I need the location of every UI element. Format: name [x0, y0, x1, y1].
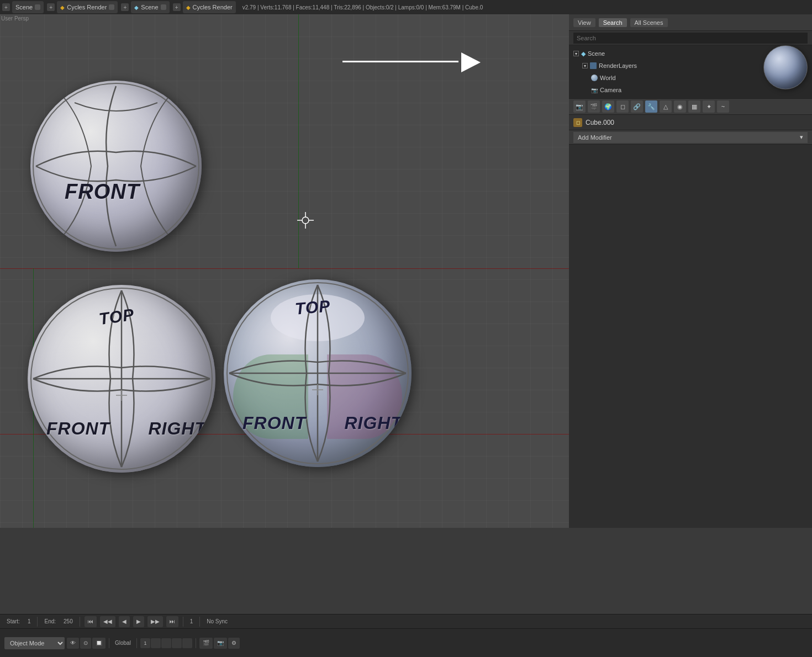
direction-arrow [342, 49, 481, 76]
prop-texture-btn[interactable]: ▦ [688, 100, 700, 113]
tab-scene-1[interactable]: Scene [12, 1, 44, 13]
layer-5[interactable] [182, 638, 192, 648]
svg-point-0 [33, 83, 199, 249]
play-btn[interactable]: ▶ [133, 616, 144, 627]
prop-world-btn[interactable]: 🌍 [602, 100, 614, 113]
frame-val: 1 [188, 618, 196, 624]
prop-data-btn[interactable]: △ [660, 100, 672, 113]
global-label: Global [113, 640, 133, 646]
prop-particles-btn[interactable]: ✦ [703, 100, 715, 113]
divider-4 [199, 617, 200, 627]
start-val: 1 [25, 618, 33, 624]
prop-physics-btn[interactable]: ~ [717, 100, 729, 113]
ball-front-svg [30, 81, 202, 252]
ball-br-right-label: RIGHT [344, 413, 402, 433]
camera-icon: 📷 [591, 87, 598, 93]
ball-br-front-label: FRONT [242, 413, 306, 433]
prop-constraints-btn[interactable]: 🔗 [631, 100, 643, 113]
no-sync-label: No Sync [204, 618, 230, 624]
snap-btn[interactable]: 🔲 [92, 638, 106, 649]
tree-toggle-scene[interactable]: ▾ [573, 51, 579, 56]
add-tab-1[interactable]: + [2, 3, 10, 11]
divider-layers [196, 638, 196, 648]
close-tab-1[interactable] [35, 4, 40, 10]
tab-view[interactable]: View [573, 18, 595, 27]
ball-bottom-left: TOP FRONT RIGHT [28, 285, 215, 473]
camera-view-btn[interactable]: 📷 [214, 638, 227, 649]
prop-render-btn[interactable]: 📷 [573, 100, 586, 113]
layer-4[interactable] [172, 638, 182, 648]
end-label: End: [42, 618, 58, 624]
bottom-status-bar: Object Mode 👁 ⊙ 🔲 Global 1 🎬 📷 ⚙ [0, 628, 812, 657]
tree-label-world: World [600, 75, 616, 81]
divider-1 [37, 617, 38, 627]
add-tab-2[interactable]: + [47, 3, 55, 11]
prop-material-btn[interactable]: ◉ [674, 100, 686, 113]
arrow-line [342, 61, 458, 62]
add-modifier-section: Add Modifier ▾ [569, 130, 812, 145]
tab-search[interactable]: Search [599, 18, 627, 27]
prev-frame-btn[interactable]: ◀ [119, 616, 130, 627]
next-frame-btn[interactable]: ▶▶ [147, 616, 163, 627]
divider-mode [109, 638, 109, 648]
end-val: 250 [61, 618, 75, 624]
tree-toggle-rl[interactable]: ▾ [582, 63, 588, 68]
world-icon [591, 75, 598, 81]
tab-cycles[interactable]: ◆ Cycles Render [57, 1, 118, 13]
scene-icon: ◆ [581, 50, 586, 57]
object-icon: ◻ [573, 118, 582, 127]
ball-bl-front-label: FRONT [46, 418, 110, 439]
layer-3[interactable] [161, 638, 171, 648]
ball-front: FRONT [30, 81, 202, 252]
tab-cycles-2[interactable]: ◆ Cycles Render [183, 1, 236, 13]
tab-scene2-label: Scene [141, 4, 158, 10]
render-btn[interactable]: 🎬 [199, 638, 213, 649]
close-tab-scene2[interactable] [161, 4, 166, 10]
properties-header: 📷 🎬 🌍 ◻ 🔗 🔧 △ ◉ ▦ ✦ ~ [569, 98, 812, 115]
svg-point-11 [302, 217, 309, 224]
right-panel: View Search All Scenes ▾ ◆ Scene ▾ Rende… [569, 14, 812, 528]
prop-object-btn[interactable]: ◻ [616, 100, 629, 113]
outliner-header [569, 31, 812, 45]
ball-bl-right-label: RIGHT [148, 418, 206, 439]
ball-bottom-right: TOP FRONT RIGHT [224, 279, 412, 467]
renderlayer-icon [590, 62, 597, 69]
add-tab-4[interactable]: + [173, 3, 181, 11]
layer-2[interactable] [151, 638, 161, 648]
prev-keyframe-btn[interactable]: ◀◀ [100, 616, 115, 627]
tree-label-renderlayers: RenderLayers [599, 62, 637, 69]
add-tab-3[interactable]: + [121, 3, 129, 11]
tab-scene-2[interactable]: ◆ Scene [131, 1, 169, 13]
object-name: Cube.000 [586, 119, 614, 126]
ball-front-label: FRONT [65, 180, 140, 204]
divider-2 [80, 617, 80, 627]
tree-label-camera: Camera [600, 87, 621, 93]
globe-preview [763, 45, 808, 89]
tab-label: Scene [15, 4, 33, 10]
tab-all-scenes[interactable]: All Scenes [630, 18, 668, 27]
main-viewport: FRONT TOP FRONT RIGHT [0, 14, 569, 528]
cycles2-icon: ◆ [186, 4, 191, 10]
start-label: Start: [4, 618, 22, 624]
cycles-icon: ◆ [60, 4, 65, 10]
tab-cycles-label: Cycles Render [67, 4, 107, 10]
prop-modifier-btn[interactable]: 🔧 [645, 100, 657, 113]
add-modifier-button[interactable]: Add Modifier ▾ [573, 132, 808, 143]
scene2-icon: ◆ [134, 4, 139, 10]
mode-selector[interactable]: Object Mode [4, 637, 65, 649]
arrow-head [461, 52, 481, 72]
prop-scene-btn[interactable]: 🎬 [588, 100, 600, 113]
play-start-btn[interactable]: ⏮ [85, 616, 97, 627]
play-end-btn[interactable]: ⏭ [166, 616, 178, 627]
add-modifier-dropdown-icon: ▾ [800, 134, 803, 141]
tab-cycles2-label: Cycles Render [193, 4, 233, 10]
view-all-btn[interactable]: 👁 [67, 638, 79, 649]
divider-global [136, 638, 137, 648]
layer-1[interactable]: 1 [140, 638, 150, 648]
close-tab-cycles[interactable] [109, 4, 114, 10]
tree-label-scene: Scene [588, 50, 605, 57]
3d-cursor [297, 212, 314, 229]
pivot-btn[interactable]: ⊙ [80, 638, 91, 649]
search-input[interactable] [573, 33, 808, 44]
settings-btn[interactable]: ⚙ [228, 638, 240, 649]
